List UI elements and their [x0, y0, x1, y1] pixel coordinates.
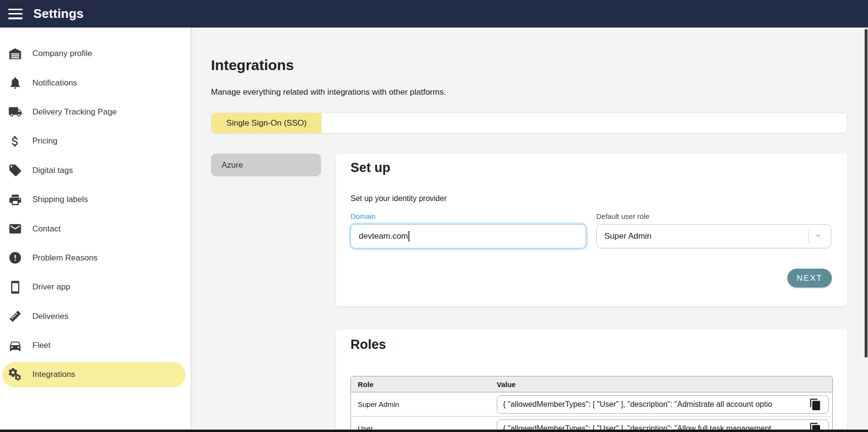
- domain-input-value: devteam.com: [359, 231, 408, 241]
- app-bar: Settings: [0, 0, 868, 28]
- default-user-role-label: Default user role: [596, 212, 649, 220]
- setup-title: Set up: [350, 160, 391, 175]
- car-icon: [7, 338, 23, 353]
- garage-icon: [7, 46, 23, 61]
- role-column-header: Role: [351, 380, 497, 389]
- ruler-icon: [7, 309, 23, 324]
- sidebar-item-label: Deliveries: [32, 312, 69, 321]
- roles-table-header: Role Value: [351, 376, 832, 392]
- sidebar-item-label: Contact: [32, 224, 61, 234]
- integrations-tab-bar: Single Sign-On (SSO): [211, 113, 847, 133]
- value-column-header: Value: [497, 380, 516, 389]
- table-row-super-admin: Super Admin { "allowedMemberTypes": [ "U…: [351, 392, 832, 417]
- scrollbar-thumb[interactable]: [865, 29, 868, 358]
- roles-card: Roles Role Value Super Admin { "allowedM…: [336, 330, 847, 432]
- sidebar: Company profile Notifications Delivery T…: [0, 28, 191, 432]
- next-button[interactable]: NEXT: [787, 269, 832, 288]
- hamburger-menu-icon[interactable]: [8, 9, 23, 19]
- text-cursor: [408, 231, 409, 242]
- gears-icon: [7, 367, 23, 382]
- bell-icon: [7, 75, 23, 91]
- sidebar-item-label: Digital tags: [32, 166, 73, 175]
- sidebar-item-pricing[interactable]: Pricing: [0, 127, 191, 156]
- domain-label: Domain: [350, 212, 376, 220]
- sidebar-item-contact[interactable]: Contact: [0, 214, 191, 243]
- role-cell: Super Admin: [351, 400, 497, 408]
- sidebar-item-company-profile[interactable]: Company profile: [0, 39, 191, 68]
- sidebar-item-label: Pricing: [32, 136, 57, 146]
- sidebar-item-integrations[interactable]: Integrations: [0, 360, 191, 389]
- sidebar-item-label: Delivery Tracking Page: [32, 107, 117, 117]
- sidebar-item-label: Notifications: [32, 78, 77, 88]
- domain-input[interactable]: devteam.com: [350, 224, 586, 248]
- app-window: Settings Company profile Notifications: [0, 0, 868, 432]
- setup-card: Set up Set up your identity provider Dom…: [336, 154, 847, 306]
- envelope-icon: [7, 221, 23, 237]
- page-subtitle: Manage everything related with integrati…: [211, 87, 446, 97]
- sidebar-item-driver-app[interactable]: Driver app: [0, 273, 191, 302]
- tab-single-sign-on-sso[interactable]: Single Sign-On (SSO): [211, 113, 322, 133]
- select-divider: [808, 230, 809, 243]
- roles-table: Role Value Super Admin { "allowedMemberT…: [350, 376, 833, 432]
- tag-icon: [7, 163, 23, 178]
- role-value-text: { "allowedMemberTypes": [ "User" ], "des…: [503, 400, 772, 409]
- app-title: Settings: [33, 6, 84, 21]
- window-bottom-edge: [0, 430, 868, 432]
- role-value-input[interactable]: { "allowedMemberTypes": [ "User" ], "des…: [497, 395, 829, 414]
- printer-icon: [7, 192, 23, 207]
- sidebar-list: Company profile Notifications Delivery T…: [0, 39, 191, 389]
- sidebar-item-shipping-labels[interactable]: Shipping labels: [0, 185, 191, 214]
- dollar-icon: [7, 133, 23, 149]
- sidebar-item-label: Integrations: [32, 370, 75, 379]
- sidebar-item-fleet[interactable]: Fleet: [0, 331, 191, 360]
- smartphone-icon: [7, 279, 23, 295]
- roles-title: Roles: [350, 337, 386, 352]
- copy-icon[interactable]: [809, 398, 822, 411]
- sidebar-item-label: Company profile: [32, 49, 92, 58]
- provider-nav-azure[interactable]: Azure: [211, 154, 321, 176]
- sidebar-item-problem-reasons[interactable]: Problem Reasons: [0, 244, 191, 273]
- page-title: Integrations: [211, 57, 294, 73]
- truck-icon: [7, 104, 23, 120]
- sidebar-item-label: Fleet: [32, 341, 51, 350]
- chevron-down-icon: [813, 230, 823, 243]
- sidebar-item-label: Driver app: [32, 282, 70, 292]
- error-icon: [7, 250, 23, 266]
- sidebar-item-notifications[interactable]: Notifications: [0, 68, 191, 97]
- sidebar-item-label: Problem Reasons: [32, 253, 98, 263]
- sidebar-item-digital-tags[interactable]: Digital tags: [0, 156, 191, 185]
- default-user-role-select[interactable]: Super Admin: [596, 224, 831, 248]
- sidebar-item-deliveries[interactable]: Deliveries: [0, 302, 191, 331]
- setup-subtitle: Set up your identity provider: [350, 194, 447, 203]
- sidebar-item-delivery-tracking-page[interactable]: Delivery Tracking Page: [0, 98, 191, 127]
- default-user-role-value: Super Admin: [604, 231, 808, 241]
- sidebar-item-label: Shipping labels: [32, 195, 88, 204]
